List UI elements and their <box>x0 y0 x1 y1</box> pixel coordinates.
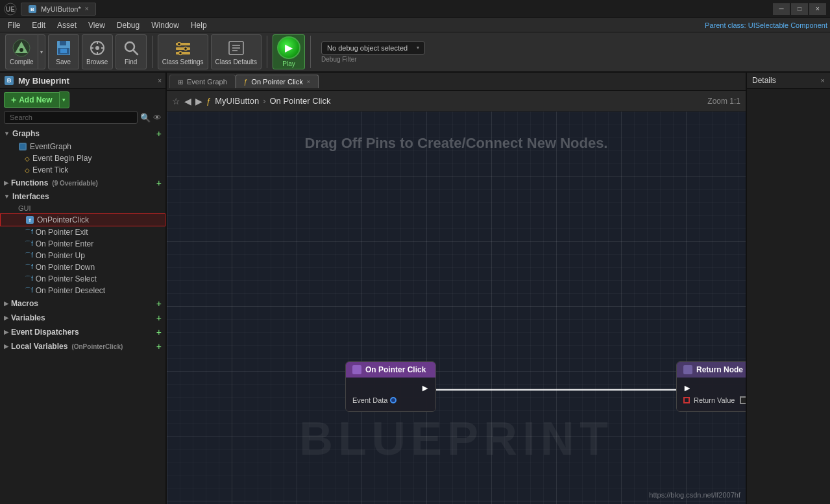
parent-class-info: Parent class: UISelectable Component <box>705 21 827 29</box>
find-button[interactable]: Find <box>116 34 147 69</box>
breadcrumb-forward-button[interactable]: ▶ <box>195 96 202 106</box>
menu-window[interactable]: Window <box>146 19 184 31</box>
tree-item-on-pointer-down[interactable]: ⌒f On Pointer Down <box>0 261 165 273</box>
title-tab[interactable]: B MyUIButton* × <box>21 3 96 16</box>
on-pointer-down-label: On Pointer Down <box>36 263 95 272</box>
gui-label: GUI <box>18 204 31 212</box>
canvas-url: https://blog.csdn.net/lf2007hf <box>649 491 740 499</box>
return-value-pin[interactable]: Return Value <box>683 394 746 406</box>
menu-file[interactable]: File <box>3 19 25 31</box>
section-interfaces[interactable]: ▼ Interfaces <box>0 190 165 203</box>
canvas-watermark: BLUEPRINT <box>299 412 613 465</box>
section-local-variables-title: ▶ Local Variables (OnPointerClick) <box>4 342 123 351</box>
search-button[interactable]: 🔍 <box>140 113 151 123</box>
event-begin-play-icon: ◇ <box>25 155 30 162</box>
menu-debug[interactable]: Debug <box>112 19 145 31</box>
compile-dropdown[interactable]: ▾ <box>38 34 45 69</box>
right-panel: Details × <box>746 73 830 504</box>
tree-item-on-pointer-click[interactable]: f OnPointerClick <box>0 213 165 226</box>
functions-collapse-icon: ▶ <box>4 180 8 186</box>
breadcrumb-class: MyUIButton <box>215 96 259 106</box>
graphs-label: Graphs <box>12 129 40 138</box>
title-bar-left: UE B MyUIButton* × <box>4 3 96 16</box>
add-new-dropdown[interactable]: ▾ <box>59 91 69 108</box>
menu-help[interactable]: Help <box>186 19 212 31</box>
on-pointer-up-label: On Pointer Up <box>36 251 85 260</box>
svg-point-23 <box>184 47 187 50</box>
tree-item-event-tick[interactable]: ◇ Event Tick <box>0 164 165 176</box>
browse-button[interactable]: Browse <box>82 34 113 69</box>
play-button[interactable]: ▶ Play <box>273 34 305 69</box>
macros-label: Macros <box>11 299 38 308</box>
section-event-dispatchers[interactable]: ▶ Event Dispatchers + <box>0 325 165 339</box>
blueprint-canvas[interactable]: Drag Off Pins to Create/Connect New Node… <box>167 112 746 504</box>
left-panel: B My Blueprint × + Add New ▾ 🔍 👁 <box>0 73 167 504</box>
menu-asset[interactable]: Asset <box>52 19 82 31</box>
return-value-checkbox[interactable] <box>740 396 746 404</box>
breadcrumb-favorite-icon[interactable]: ☆ <box>172 96 180 106</box>
menu-view[interactable]: View <box>83 19 110 31</box>
svg-line-18 <box>133 50 138 54</box>
compile-button-split[interactable]: Compile ▾ <box>5 34 45 69</box>
tree-item-event-begin-play[interactable]: ◇ Event Begin Play <box>0 152 165 164</box>
tab-event-graph[interactable]: ⊞ Event Graph <box>169 75 236 88</box>
functions-add-icon[interactable]: + <box>156 178 162 188</box>
tab-on-pointer-click[interactable]: ƒ On Pointer Click × <box>236 75 319 88</box>
local-variables-add-icon[interactable]: + <box>156 341 162 352</box>
search-bar: 🔍 👁 <box>4 111 162 124</box>
exec-out-pin[interactable] <box>352 383 429 394</box>
section-macros[interactable]: ▶ Macros + <box>0 296 165 311</box>
breadcrumb-back-button[interactable]: ◀ <box>184 96 191 106</box>
return-exec-in-pin[interactable] <box>683 383 746 394</box>
tree-item-on-pointer-exit[interactable]: ⌒f On Pointer Exit <box>0 226 165 238</box>
class-settings-icon <box>174 39 192 57</box>
menu-bar: File Edit Asset View Debug Window Help P… <box>0 18 830 32</box>
close-window-button[interactable]: × <box>809 3 826 15</box>
debug-dropdown[interactable]: No debug object selected ▾ <box>321 42 425 54</box>
class-settings-button[interactable]: Class Settings <box>158 34 208 69</box>
variables-collapse-icon: ▶ <box>4 315 8 321</box>
breadcrumb-fn-icon: ƒ <box>206 96 211 106</box>
add-new-button[interactable]: + Add New <box>4 92 59 108</box>
section-functions[interactable]: ▶ Functions (9 Overridable) + <box>0 176 165 190</box>
tree-item-on-pointer-enter[interactable]: ⌒f On Pointer Enter <box>0 238 165 250</box>
section-graphs[interactable]: ▼ Graphs + <box>0 126 165 141</box>
search-input[interactable] <box>4 111 138 124</box>
tree-item-eventgraph[interactable]: EventGraph <box>0 141 165 152</box>
svg-rect-21 <box>176 52 190 54</box>
compile-button[interactable]: Compile <box>5 34 38 69</box>
interfaces-label: Interfaces <box>12 192 49 201</box>
tab-close-icon[interactable]: × <box>85 5 89 12</box>
blueprint-panel-header: B My Blueprint × <box>0 73 165 89</box>
minimize-button[interactable]: ─ <box>773 3 790 15</box>
save-button[interactable]: Save <box>48 34 79 69</box>
on-pointer-click-tab-close[interactable]: × <box>307 78 310 85</box>
tree-item-on-pointer-select[interactable]: ⌒f On Pointer Select <box>0 273 165 285</box>
visibility-toggle-button[interactable]: 👁 <box>153 113 162 123</box>
eventgraph-icon <box>18 142 27 151</box>
menu-edit[interactable]: Edit <box>27 19 51 31</box>
section-functions-title: ▶ Functions (9 Overridable) <box>4 178 98 187</box>
details-close-icon[interactable]: × <box>821 77 825 84</box>
node-wire <box>167 112 746 504</box>
event-data-pin[interactable]: Event Data <box>352 394 429 406</box>
event-tick-label: Event Tick <box>32 165 68 174</box>
section-variables[interactable]: ▶ Variables + <box>0 311 165 325</box>
graphs-add-icon[interactable]: + <box>156 128 162 139</box>
maximize-button[interactable]: □ <box>791 3 808 15</box>
svg-point-6 <box>19 48 23 52</box>
class-defaults-button[interactable]: Class Defaults <box>211 34 262 69</box>
section-local-variables[interactable]: ▶ Local Variables (OnPointerClick) + <box>0 339 165 354</box>
blueprint-panel-close[interactable]: × <box>158 77 162 84</box>
variables-add-icon[interactable]: + <box>156 313 162 323</box>
play-label: Play <box>282 60 295 67</box>
title-bar-tab[interactable]: B MyUIButton* × <box>21 3 96 16</box>
macros-collapse-icon: ▶ <box>4 300 8 307</box>
event-dispatchers-add-icon[interactable]: + <box>156 327 162 337</box>
find-icon <box>122 39 140 57</box>
tree-item-on-pointer-deselect[interactable]: ⌒f On Pointer Deselect <box>0 285 165 296</box>
node-return[interactable]: Return Node <box>676 361 746 412</box>
node-on-pointer-click[interactable]: On Pointer Click Eve <box>345 361 436 412</box>
tree-item-on-pointer-up[interactable]: ⌒f On Pointer Up <box>0 250 165 261</box>
macros-add-icon[interactable]: + <box>156 298 162 309</box>
